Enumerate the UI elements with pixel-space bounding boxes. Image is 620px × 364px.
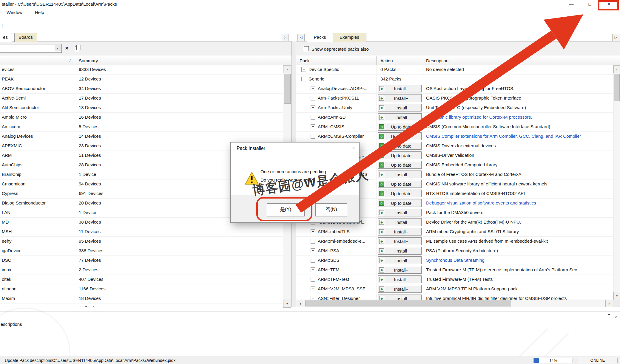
device-row[interactable]: egawin14 Devices [0, 303, 283, 307]
device-row[interactable]: Active-Semi17 Devices [0, 94, 283, 103]
tree-expand-icon[interactable]: + [311, 239, 315, 244]
action-button[interactable]: ◇Up to date [378, 123, 422, 131]
device-row[interactable]: eehy95 Devices [0, 237, 283, 246]
action-button[interactable]: ◆Install [378, 104, 422, 111]
description-column-header[interactable]: Description [423, 56, 620, 65]
device-row[interactable]: evices9333 Devices [0, 65, 283, 75]
scroll-down-icon[interactable]: ▾ [613, 292, 620, 300]
tree-expand-icon[interactable]: + [311, 115, 315, 120]
pack-row[interactable]: +ARM::V2M_MPS3_SSE_...◆Install+ARM V2M-M… [296, 284, 613, 294]
tree-expand-icon[interactable]: − [301, 67, 306, 72]
tree-expand-icon[interactable]: + [311, 267, 315, 272]
maximize-button[interactable]: □ [581, 0, 599, 8]
device-row[interactable]: oltek407 Devices [0, 275, 283, 284]
pack-row[interactable]: +Arm-Packs::PKCS11◆Install+OASIS PKCS#11… [296, 94, 613, 103]
scroll-left-icon[interactable]: ◂ [296, 300, 304, 307]
action-button[interactable]: ◇Up to date [378, 161, 422, 169]
pack-description[interactable]: Synchronous Data Streaming [423, 256, 613, 265]
action-button[interactable]: ◇Up to date [378, 132, 422, 140]
scroll-down-icon[interactable]: ▾ [283, 300, 291, 308]
scroll-up-icon[interactable]: ▴ [283, 65, 291, 73]
tree-expand-icon[interactable]: + [311, 229, 315, 234]
action-button[interactable]: ◆Install+ [378, 228, 422, 236]
action-button[interactable]: ◇Up to date [378, 142, 422, 150]
device-row[interactable]: Ambiq Micro16 Devices [0, 113, 283, 122]
action-button[interactable]: ◆Install [378, 295, 422, 300]
device-row[interactable]: PEAK12 Devices [0, 75, 283, 84]
scrollbar-thumb[interactable] [284, 74, 291, 104]
action-button[interactable]: ◆Install [378, 209, 422, 216]
pack-row[interactable]: +AnalogDevices::ADSP-...◆Install+OS Abst… [296, 84, 613, 94]
pack-column-header[interactable]: Pack [296, 56, 377, 65]
menu-window[interactable]: Window [7, 10, 22, 15]
action-button[interactable]: ◆Install [378, 256, 422, 264]
pack-row[interactable]: +ARM::mbedTLS◆Install+ARM mbed Cryptogra… [296, 227, 613, 237]
tree-expand-icon[interactable]: + [311, 258, 315, 263]
tree-expand-icon[interactable]: + [311, 105, 315, 110]
action-button[interactable]: ◇Up to date [378, 180, 422, 188]
tab-packs[interactable]: Packs [307, 33, 333, 42]
pack-row[interactable]: +ARM::SDS◆InstallSynchronous Data Stream… [296, 256, 613, 265]
action-column-header[interactable]: Action [377, 56, 423, 65]
action-button[interactable]: ◆Install [378, 113, 422, 121]
action-button[interactable]: ◇Up to date [378, 151, 422, 159]
tree-expand-icon[interactable]: + [311, 277, 315, 282]
summary-column-header[interactable]: Summary [75, 56, 292, 65]
pack-row[interactable]: +Arm-Packs::Unity◆InstallUnit Testing fo… [296, 103, 613, 113]
close-pane-icon[interactable]: × [613, 314, 619, 319]
device-row[interactable]: Maxim18 Devices [0, 294, 283, 303]
action-button[interactable]: ◇Up to date [378, 190, 422, 197]
action-button[interactable]: ◆Install+ [378, 285, 422, 293]
action-button[interactable]: ◆Install+ [378, 266, 422, 274]
pack-row[interactable]: +ARM::TFM-Test◆Install+Trusted Firmware-… [296, 275, 613, 284]
scrollbar-thumb[interactable] [614, 74, 620, 101]
collapse-all-icon[interactable] [75, 45, 81, 52]
action-button[interactable]: ◆Install+ [378, 237, 422, 245]
action-button[interactable]: ◆Install [378, 218, 422, 226]
menu-help[interactable]: Help [35, 10, 44, 15]
device-row[interactable]: imax2 Devices [0, 265, 283, 275]
pack-description[interactable]: CMSIS Compiler extensions for Arm Compil… [423, 132, 613, 141]
clear-search-button[interactable]: × [63, 45, 70, 52]
device-row[interactable]: Analog Devices14 Devices [0, 132, 283, 141]
device-row[interactable]: ABOV Semiconductor34 Devices [0, 84, 283, 94]
device-row[interactable]: MSH11 Devices [0, 227, 283, 237]
pin-icon[interactable] [606, 314, 612, 319]
right-tab-overflow-button[interactable]: ▷ [612, 34, 619, 41]
action-button[interactable]: ◆Install+ [378, 275, 422, 283]
device-row[interactable]: Amiccom5 Devices [0, 122, 283, 132]
scrollbar-thumb[interactable] [305, 301, 511, 306]
tree-expand-icon[interactable]: + [311, 296, 315, 300]
device-row[interactable]: nfineon1166 Devices [0, 284, 283, 294]
device-row[interactable]: igaDevice388 Devices [0, 246, 283, 256]
tree-expand-icon[interactable]: + [311, 96, 315, 100]
device-row[interactable]: DSC77 Devices [0, 256, 283, 265]
pack-description[interactable]: Debugger visualization of software event… [423, 199, 613, 208]
tab-scroll-left-button[interactable]: ◁ [297, 34, 305, 41]
tab-examples[interactable]: Examples [332, 33, 366, 42]
minimize-button[interactable]: — [562, 0, 581, 8]
tab-devices[interactable]: es [0, 33, 12, 42]
chevron-down-icon[interactable]: ▾ [55, 45, 61, 51]
tree-expand-icon[interactable]: − [301, 77, 306, 81]
pack-row[interactable]: +ARM::CMSIS◇Up to dateCMSIS (Common Micr… [296, 122, 613, 132]
show-deprecated-checkbox[interactable] [304, 46, 309, 51]
right-horizontal-scrollbar[interactable]: ◂ ▸ [296, 300, 613, 307]
device-row[interactable]: Alif Semiconductor13 Devices [0, 103, 283, 113]
tab-boards[interactable]: Boards [14, 33, 37, 42]
scroll-up-icon[interactable]: ▴ [613, 65, 620, 73]
pack-row[interactable]: +ARM::TFM◆Install+Trusted Firmware-M (TF… [296, 265, 613, 275]
pack-description[interactable]: 2D graphic library optimized for Cortex-… [423, 113, 613, 122]
pack-row[interactable]: +ARM::ml-embedded-e...◆Install+ML sample… [296, 237, 613, 246]
tree-expand-icon[interactable]: + [311, 86, 315, 91]
action-button[interactable]: ◆Install+ [378, 94, 422, 102]
pack-row[interactable]: −Device Specific0 PacksNo device selecte… [296, 65, 613, 75]
device-column-header[interactable]: / [0, 56, 75, 65]
left-tab-overflow-button[interactable]: ▷ [282, 34, 289, 41]
action-button[interactable]: ◆Install+ [378, 85, 422, 92]
scroll-right-icon[interactable]: ▸ [605, 300, 613, 307]
right-vertical-scrollbar[interactable]: ▴ ▾ [613, 65, 620, 300]
search-input[interactable]: ▾ [0, 44, 62, 53]
pack-row[interactable]: +ASN::Filter_Designer◆InstallIntuitive g… [296, 294, 613, 300]
tree-expand-icon[interactable]: + [311, 286, 315, 291]
